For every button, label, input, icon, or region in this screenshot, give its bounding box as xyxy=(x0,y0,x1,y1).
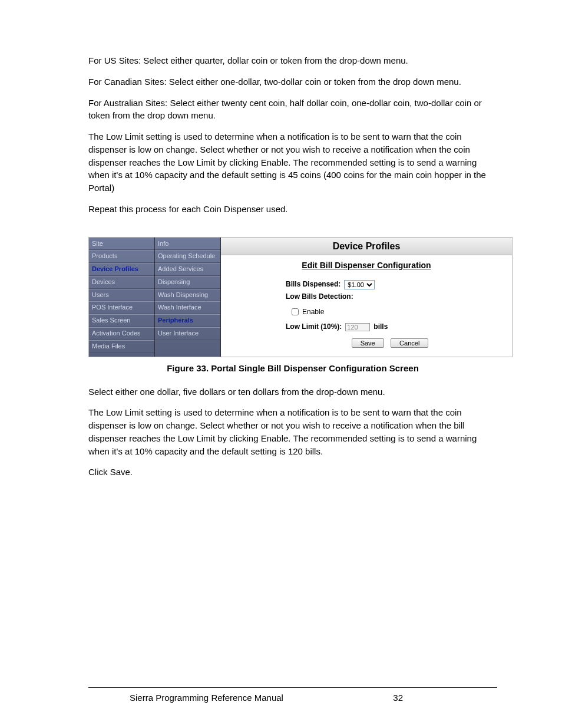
page-footer: Sierra Programming Reference Manual 32 xyxy=(88,687,497,704)
nav2-item-wash-dispensing[interactable]: Wash Dispensing xyxy=(155,289,220,302)
footer-page-number: 32 xyxy=(393,691,403,704)
paragraph: For Australian Sites: Select either twen… xyxy=(88,97,497,123)
nav2-item-user-interface[interactable]: User Interface xyxy=(155,327,220,340)
nav-column-2: InfoOperating ScheduleAdded ServicesDisp… xyxy=(155,238,221,357)
nav1-item-media-files[interactable]: Media Files xyxy=(89,340,154,353)
nav1-item-sales-screen[interactable]: Sales Screen xyxy=(89,314,154,327)
low-limit-input[interactable] xyxy=(345,323,370,331)
form-area: Bills Dispensed: $1.00 Low Bills Detecti… xyxy=(221,279,512,357)
paragraph: For Canadian Sites: Select either one-do… xyxy=(88,75,497,88)
panel-subtitle: Edit Bill Dispenser Configuration xyxy=(221,255,512,277)
screenshot-figure: SiteProductsDevice ProfilesDevicesUsersP… xyxy=(88,237,513,357)
nav1-item-activation-codes[interactable]: Activation Codes xyxy=(89,327,154,340)
nav1-item-pos-interface[interactable]: POS Interface xyxy=(89,301,154,314)
paragraph: Click Save. xyxy=(88,466,497,479)
nav2-item-info[interactable]: Info xyxy=(155,238,220,251)
nav1-item-device-profiles[interactable]: Device Profiles xyxy=(89,263,154,276)
paragraph: The Low Limit setting is used to determi… xyxy=(88,406,497,457)
nav2-item-operating-schedule[interactable]: Operating Schedule xyxy=(155,250,220,263)
enable-label: Enable xyxy=(302,307,324,317)
bills-dispensed-label: Bills Dispensed: xyxy=(286,279,340,289)
nav1-item-products[interactable]: Products xyxy=(89,250,154,263)
low-limit-label: Low Limit (10%): xyxy=(286,322,342,332)
nav1-item-users[interactable]: Users xyxy=(89,289,154,302)
low-limit-unit: bills xyxy=(373,322,388,332)
nav-column-1: SiteProductsDevice ProfilesDevicesUsersP… xyxy=(89,238,155,357)
nav2-item-dispensing[interactable]: Dispensing xyxy=(155,276,220,289)
nav2-item-added-services[interactable]: Added Services xyxy=(155,263,220,276)
main-pane: Device Profiles Edit Bill Dispenser Conf… xyxy=(221,238,512,357)
figure-caption: Figure 33. Portal Single Bill Dispenser … xyxy=(88,362,497,375)
bills-dispensed-select[interactable]: $1.00 xyxy=(344,280,375,289)
nav2-item-wash-interface[interactable]: Wash Interface xyxy=(155,301,220,314)
nav2-item-peripherals[interactable]: Peripherals xyxy=(155,314,220,327)
paragraph: The Low Limit setting is used to determi… xyxy=(88,130,497,195)
low-bills-detection-label: Low Bills Detection: xyxy=(286,292,353,302)
save-button[interactable]: Save xyxy=(352,338,384,348)
paragraph: Select either one dollar, five dollars o… xyxy=(88,386,497,398)
nav1-item-devices[interactable]: Devices xyxy=(89,276,154,289)
panel-title: Device Profiles xyxy=(221,238,512,255)
cancel-button[interactable]: Cancel xyxy=(391,338,428,348)
enable-checkbox[interactable] xyxy=(292,308,299,315)
paragraph: Repeat this process for each Coin Dispen… xyxy=(88,203,497,216)
nav1-item-site[interactable]: Site xyxy=(89,238,154,251)
footer-title: Sierra Programming Reference Manual xyxy=(130,691,283,704)
paragraph: For US Sites: Select either quarter, dol… xyxy=(88,54,497,67)
